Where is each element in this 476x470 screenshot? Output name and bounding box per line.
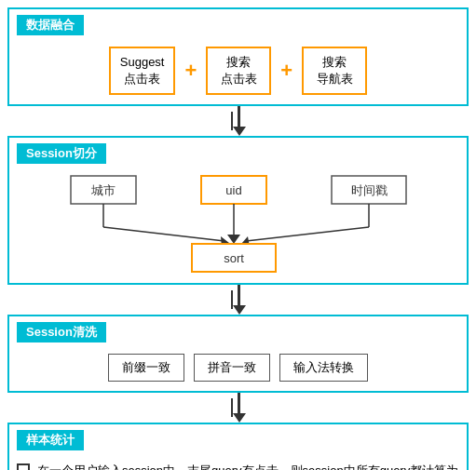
session-clean-title: Session清洗 — [17, 322, 106, 342]
search-click-line2: 点击表 — [221, 72, 257, 86]
diagram: 数据融合 Suggest 点击表 + 搜索 点击表 + 搜索 导航表 Sessi — [0, 0, 476, 470]
search-nav-line1: 搜索 — [322, 55, 347, 69]
prefix-consistent-box: 前缀一致 — [108, 354, 184, 382]
arrow-1 — [7, 106, 469, 136]
svg-marker-10 — [227, 235, 240, 244]
data-fusion-title: 数据融合 — [17, 15, 84, 35]
arrow-2 — [7, 285, 469, 315]
sort-diagram-svg: 城市 uid 时间戳 sort — [52, 171, 425, 274]
search-nav-box: 搜索 导航表 — [302, 47, 367, 95]
suggest-line1: Suggest — [120, 55, 165, 69]
plus-1: + — [181, 59, 200, 83]
ime-convert-box: 输入法转换 — [279, 354, 368, 382]
search-click-box: 搜索 点击表 — [206, 47, 271, 95]
data-fusion-boxes-row: Suggest 点击表 + 搜索 点击表 + 搜索 导航表 — [17, 47, 459, 95]
pinyin-consistent-box: 拼音一致 — [194, 354, 270, 382]
svg-text:城市: 城市 — [90, 183, 116, 197]
svg-text:uid: uid — [225, 183, 241, 197]
arrow-3 — [7, 393, 469, 423]
section-session-split: Session切分 城市 uid 时间戳 sort — [7, 136, 469, 285]
plus-2: + — [277, 59, 296, 83]
sample-stats-title: 样本统计 — [17, 430, 84, 450]
sample-desc-text: 在一个用户输入session中，末尾query有点击，则session中所有qu… — [37, 462, 459, 470]
search-nav-line2: 导航表 — [317, 72, 353, 86]
session-clean-boxes: 前缀一致 拼音一致 输入法转换 — [17, 354, 459, 382]
section-session-clean: Session清洗 前缀一致 拼音一致 输入法转换 — [7, 315, 469, 393]
search-click-line1: 搜索 — [226, 55, 251, 69]
session-split-title: Session切分 — [17, 143, 106, 164]
sample-description: 在一个用户输入session中，末尾query有点击，则session中所有qu… — [17, 462, 459, 470]
svg-text:时间戳: 时间戳 — [350, 183, 387, 197]
square-bullet-icon — [17, 463, 30, 470]
section-sample: 样本统计 在一个用户输入session中，末尾query有点击，则session… — [7, 423, 469, 470]
svg-line-7 — [103, 227, 224, 241]
section-data-fusion: 数据融合 Suggest 点击表 + 搜索 点击表 + 搜索 导航表 — [7, 7, 469, 106]
suggest-line2: 点击表 — [124, 72, 160, 86]
svg-line-12 — [246, 227, 369, 241]
suggest-box: Suggest 点击表 — [109, 47, 176, 95]
svg-text:sort: sort — [224, 251, 244, 265]
